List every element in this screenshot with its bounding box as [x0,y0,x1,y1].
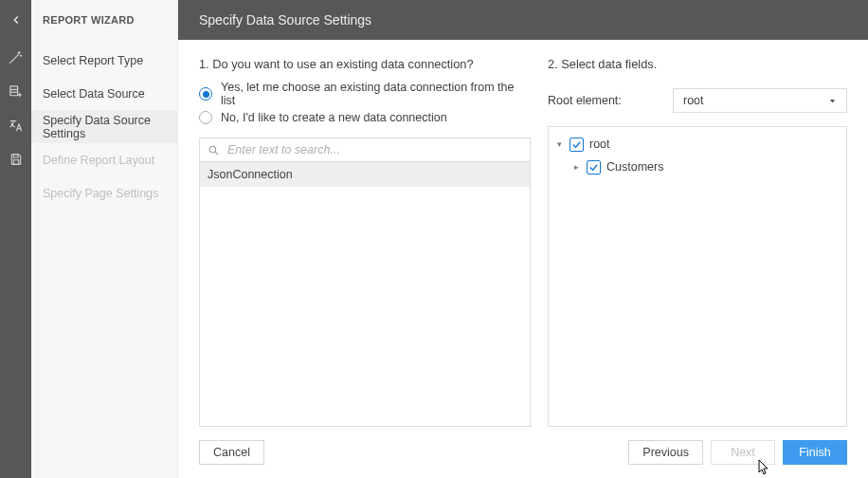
radio-icon [199,87,212,101]
connection-list[interactable]: JsonConnection [199,162,531,427]
svg-rect-5 [13,155,18,157]
app-root: REPORT WIZARD Select Report Type Select … [0,0,868,478]
svg-line-8 [215,152,218,155]
finish-button[interactable]: Finish [783,440,847,465]
tree-node-customers[interactable]: ▸ Customers [549,156,846,178]
question-2: 2. Select data fields. [548,57,847,71]
check-icon [588,162,599,173]
tree-node-root[interactable]: ▾ root [549,133,846,156]
svg-rect-0 [10,85,18,95]
main-body: 1. Do you want to use an existing data c… [178,40,868,427]
radio-icon [199,111,212,124]
root-element-select[interactable]: root [673,88,847,113]
radio-create-new[interactable]: No, I'd like to create a new data connec… [199,109,531,126]
wizard-sidebar: REPORT WIZARD Select Report Type Select … [31,0,178,478]
expand-toggle-icon[interactable]: ▸ [571,162,581,172]
search-icon [208,144,220,156]
rail-save-icon[interactable] [0,142,31,176]
rail-localize-icon[interactable] [0,108,31,142]
checkbox[interactable] [570,138,584,152]
expand-toggle-icon[interactable]: ▾ [554,139,564,149]
main-area: Specify Data Source Settings 1. Do you w… [178,0,868,478]
sidebar-steps: Select Report Type Select Data Source Sp… [31,40,177,210]
step-define-report-layout: Define Report Layout [31,143,177,176]
rail-datasource-icon[interactable] [0,74,31,108]
radio-label: No, I'd like to create a new data connec… [221,111,447,124]
root-element-value: root [683,94,704,107]
root-element-row: Root element: root [548,88,847,113]
step-select-data-source[interactable]: Select Data Source [31,77,177,110]
radio-use-existing[interactable]: Yes, let me choose an existing data conn… [199,79,531,109]
sidebar-title: REPORT WIZARD [31,0,177,40]
check-icon [571,139,582,150]
column-connection: 1. Do you want to use an existing data c… [199,57,531,427]
cancel-button[interactable]: Cancel [199,440,264,465]
previous-button[interactable]: Previous [628,440,703,465]
step-specify-page-settings: Specify Page Settings [31,176,177,210]
connection-item[interactable]: JsonConnection [200,162,530,187]
chevron-left-icon [9,13,23,27]
nav-buttons: Previous Next Finish [628,440,847,465]
question-1: 1. Do you want to use an existing data c… [199,57,531,71]
checkbox[interactable] [587,160,601,175]
fields-tree[interactable]: ▾ root ▸ Customers [548,126,847,427]
chevron-down-icon [828,97,837,105]
radio-label: Yes, let me choose an existing data conn… [221,81,531,107]
step-specify-data-source-settings[interactable]: Specify Data Source Settings [31,110,177,143]
step-select-report-type[interactable]: Select Report Type [31,44,177,77]
page-title: Specify Data Source Settings [178,0,868,40]
tree-node-label: root [589,138,610,151]
left-rail [0,0,31,478]
svg-marker-9 [830,100,835,102]
tree-node-label: Customers [606,160,663,174]
mouse-cursor-icon [755,459,770,478]
rail-wizard-icon[interactable] [0,40,31,74]
root-element-label: Root element: [548,94,661,107]
connection-search[interactable] [199,138,531,162]
svg-point-7 [209,146,216,153]
column-fields: 2. Select data fields. Root element: roo… [548,57,847,427]
svg-rect-6 [13,160,18,165]
back-button[interactable] [0,0,31,40]
search-input[interactable] [227,143,522,156]
